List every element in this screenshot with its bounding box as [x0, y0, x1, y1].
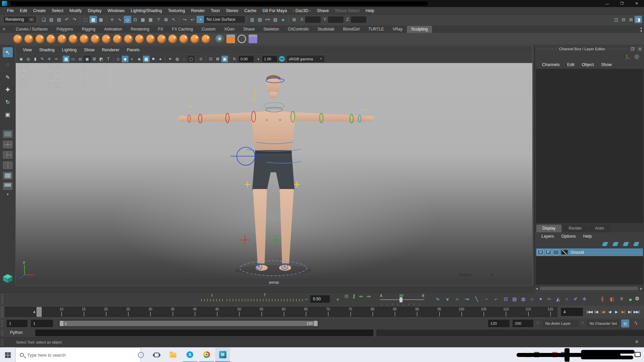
imprint-brush-icon[interactable]	[113, 35, 122, 43]
menu-item[interactable]: Shave	[314, 7, 332, 15]
checkered-icon[interactable]: ▩	[143, 56, 150, 62]
viewport-menu-item[interactable]: Panels	[123, 48, 143, 52]
anti-aliasing-icon[interactable]: ◌	[181, 56, 187, 62]
select-hierarchy-icon[interactable]: ⬚	[82, 16, 89, 23]
layer-visibility-toggle[interactable]: V	[537, 250, 544, 255]
range-bar[interactable]	[60, 321, 318, 326]
current-frame-field[interactable]: 4	[561, 308, 583, 316]
spray-brush-icon[interactable]	[91, 35, 100, 43]
channel-box-toggle-icon[interactable]: ⊟	[620, 16, 627, 23]
drag-handle[interactable]	[607, 48, 628, 50]
file-explorer-button[interactable]	[166, 348, 180, 362]
bulge-brush-icon[interactable]	[179, 35, 188, 43]
y-coord-input[interactable]	[328, 16, 343, 23]
lock-camera-icon[interactable]: ◎	[25, 56, 32, 62]
character-set-dropdown[interactable]: No Character Set	[587, 320, 619, 327]
construction-history-icon[interactable]: ◔	[197, 16, 204, 23]
minimize-button[interactable]: —	[600, 0, 614, 7]
shaded-icon[interactable]: ◆	[122, 56, 128, 62]
tool-settings-toggle-icon[interactable]: ◨	[635, 16, 642, 23]
menu-item[interactable]: Toon	[208, 7, 223, 15]
step-forward-frame-button[interactable]: ▶|	[627, 307, 633, 316]
shelf-tab[interactable]: Curves / Surfaces	[11, 26, 52, 33]
increase-weight-button[interactable]: +	[334, 295, 341, 303]
maximize-button[interactable]: ❐	[614, 0, 629, 7]
outliner-layout-button[interactable]	[3, 172, 12, 179]
menu-item[interactable]: Windows	[105, 7, 128, 15]
anim-tool-icon[interactable]: ∩	[564, 295, 570, 303]
safe-title-icon[interactable]: T	[105, 56, 112, 62]
layer-list-scrollbar[interactable]: ◀ ▶	[534, 286, 644, 291]
xray-joints-icon[interactable]: ⊠	[214, 56, 221, 62]
menu-item[interactable]: File	[4, 7, 17, 15]
color-management-toggle[interactable]: ON	[279, 56, 285, 62]
animation-end-field[interactable]: 200	[513, 320, 533, 327]
evaluation-manager-icon[interactable]: ϟ	[632, 319, 640, 327]
wireframe-icon[interactable]: ◇	[115, 56, 121, 62]
shelf-tab[interactable]: FX Caching	[168, 26, 198, 33]
grab-brush-icon[interactable]	[47, 35, 55, 43]
pan-zoom-icon[interactable]: ✛	[46, 56, 53, 62]
undo-icon[interactable]: ↶	[63, 16, 70, 23]
render-setup-icon[interactable]: ●	[279, 16, 287, 23]
iconbar-separator[interactable]	[196, 56, 196, 62]
depth-of-field-icon[interactable]: ▢	[188, 56, 195, 62]
menu-item[interactable]: - Daz3D -	[290, 7, 314, 15]
chevron-down-icon[interactable]: ▽	[537, 321, 539, 324]
uv-panel-icon[interactable]	[249, 35, 257, 43]
flat-tangent-icon[interactable]: −	[483, 295, 490, 303]
motion-blur-icon[interactable]: ◍	[174, 56, 180, 62]
cortana-button[interactable]	[133, 348, 148, 362]
channel-box-menu-item[interactable]: Show	[598, 62, 615, 67]
ring-icon[interactable]	[237, 35, 246, 43]
play-backwards-button[interactable]: ◀	[606, 307, 613, 316]
layer-editor-menu-item[interactable]: Help	[580, 234, 596, 239]
gamma-icon[interactable]: ◑	[255, 56, 261, 62]
save-scene-icon[interactable]: ▤	[55, 16, 63, 23]
menu-item[interactable]: Cache	[241, 7, 259, 15]
open-scene-icon[interactable]: ▨	[48, 16, 55, 23]
xray-icon[interactable]: ⊡	[207, 56, 214, 62]
safe-action-icon[interactable]: ◩	[98, 56, 105, 62]
z-coord-input[interactable]	[351, 16, 366, 23]
shelf-menu-icon[interactable]: ≡	[3, 27, 5, 32]
foamy-brush-icon[interactable]	[80, 35, 89, 43]
open-render-view-icon[interactable]: ▥	[249, 16, 256, 23]
use-all-lights-icon[interactable]: ✹	[150, 56, 157, 62]
shelf-tab[interactable]: Animation	[100, 26, 126, 33]
chrome-button[interactable]	[199, 348, 214, 362]
ipr-render-icon[interactable]: IPR	[264, 16, 271, 23]
layer-editor-tab[interactable]: Anim	[589, 225, 610, 232]
transform-axis-icon[interactable]	[624, 54, 632, 60]
snap-curve-icon[interactable]: ∿	[116, 16, 123, 23]
anim-tool-icon[interactable]: ✦	[537, 295, 544, 303]
shadows-icon[interactable]: ●	[157, 56, 164, 62]
step-tangent-icon[interactable]: ⌐	[493, 295, 499, 303]
current-frame-marker[interactable]: 4	[37, 307, 42, 317]
weight-value-field[interactable]: 0.50	[310, 295, 330, 303]
popout-icon[interactable]: ❐	[630, 47, 635, 51]
wax-brush-icon[interactable]	[124, 35, 133, 43]
anim-tool-icon[interactable]: ◭	[555, 295, 561, 303]
anim-tool-icon[interactable]: ▤	[511, 295, 518, 303]
step-back-frame-button[interactable]: |◀	[593, 307, 599, 316]
drag-handle[interactable]	[536, 48, 557, 50]
menu-item[interactable]: Select	[49, 7, 66, 15]
render-settings-icon[interactable]: ▧	[272, 16, 279, 23]
drag-handle[interactable]	[1, 307, 4, 317]
wireframe-on-shaded-icon[interactable]: ◐	[129, 56, 136, 62]
timeline-track[interactable]: 5101520253035404550556065707580859095100…	[5, 307, 557, 317]
color-management-dropdown[interactable]: sRGB gamma ▼	[287, 56, 324, 62]
menu-item[interactable]: Modify	[66, 7, 85, 15]
redo-icon[interactable]: ↷	[71, 16, 78, 23]
rotate-tool[interactable]: ↻	[3, 97, 13, 107]
linear-tangent-icon[interactable]: ╲	[473, 295, 480, 303]
menu-item[interactable]: Lighting/Shading	[128, 7, 165, 15]
persp-outliner-layout-button[interactable]	[3, 182, 12, 190]
command-input[interactable]	[35, 329, 373, 336]
layer-editor-tab[interactable]: Display	[536, 225, 561, 232]
select-tool[interactable]: ↖	[3, 47, 13, 57]
keyframe-icon[interactable]: ⚷	[350, 293, 358, 300]
snap-grid-icon[interactable]: ✛	[108, 16, 116, 23]
isolate-select-icon[interactable]: ⊙	[198, 56, 204, 62]
